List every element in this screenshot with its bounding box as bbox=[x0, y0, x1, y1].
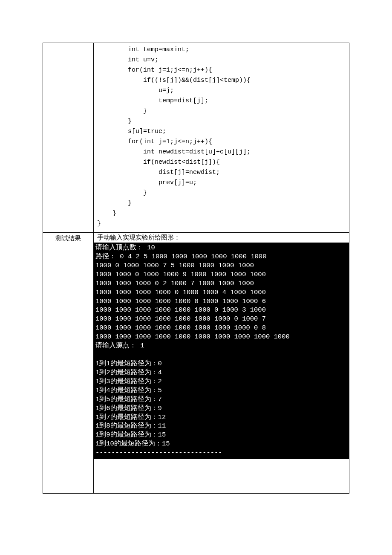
table-row: 测试结果 手动输入实现实验所给图形： 请输入顶点数： 10 路径： 0 4 2 … bbox=[43, 233, 349, 494]
result-cell: 手动输入实现实验所给图形： 请输入顶点数： 10 路径： 0 4 2 5 100… bbox=[94, 233, 349, 494]
row-label: 测试结果 bbox=[55, 235, 81, 242]
row-label-cell: 测试结果 bbox=[43, 233, 94, 494]
source-code: int temp=maxint; int u=v; for(int j=1;j<… bbox=[94, 43, 349, 232]
terminal-output: 请输入顶点数： 10 路径： 0 4 2 5 1000 1000 1000 10… bbox=[94, 243, 349, 459]
code-cell: int temp=maxint; int u=v; for(int j=1;j<… bbox=[94, 43, 349, 233]
result-description: 手动输入实现实验所给图形： bbox=[94, 233, 349, 243]
blank-space bbox=[94, 459, 349, 493]
row-label-cell bbox=[43, 43, 94, 233]
table-row: int temp=maxint; int u=v; for(int j=1;j<… bbox=[43, 43, 349, 233]
document-page: int temp=maxint; int u=v; for(int j=1;j<… bbox=[0, 0, 392, 519]
report-table: int temp=maxint; int u=v; for(int j=1;j<… bbox=[43, 43, 349, 494]
